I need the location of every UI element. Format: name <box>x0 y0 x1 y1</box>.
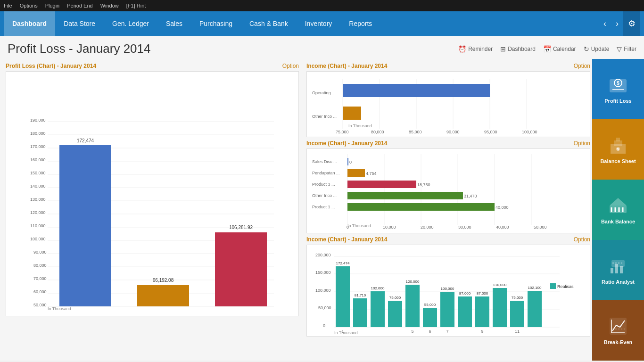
sidebar-balance-sheet[interactable]: $ Balance Sheet <box>592 119 644 180</box>
reminder-label: Reminder <box>468 46 493 52</box>
nav-gen-ledger[interactable]: Gen. Ledger <box>104 11 157 36</box>
nav-data-store[interactable]: Data Store <box>55 11 104 36</box>
svg-text:6: 6 <box>429 329 431 334</box>
menu-file[interactable]: File <box>4 3 12 8</box>
bottom-right-svg: 0 50,000 100,000 150,000 200,000 172,474 <box>310 248 588 335</box>
dashboard-icon: ⊞ <box>500 45 506 53</box>
menu-window[interactable]: Window <box>100 3 119 8</box>
left-chart-option[interactable]: Option <box>282 63 299 69</box>
svg-rect-119 <box>611 268 613 273</box>
svg-text:90,000: 90,000 <box>446 130 460 134</box>
sidebar-profit-loss[interactable]: $ Profit Loss <box>592 59 644 119</box>
svg-text:50,000: 50,000 <box>318 305 331 310</box>
svg-text:81,710: 81,710 <box>355 293 366 297</box>
bottom-right-chart-option[interactable]: Option <box>574 236 590 243</box>
svg-text:18,750: 18,750 <box>417 182 430 187</box>
svg-text:4,754: 4,754 <box>366 171 377 176</box>
sidebar-ratio-analyst[interactable]: Ratio Analyst <box>592 240 644 300</box>
sidebar: $ Profit Loss $ Balance Sheet <box>592 59 644 361</box>
svg-text:In Thousand: In Thousand <box>348 123 372 128</box>
ratio-analyst-label: Ratio Analyst <box>602 279 635 285</box>
bar-operating <box>343 84 490 97</box>
svg-text:100,000: 100,000 <box>315 288 331 293</box>
nav-back-icon[interactable]: ‹ <box>599 11 611 36</box>
bar-income <box>59 145 111 306</box>
nav-forward-icon[interactable]: › <box>611 11 623 36</box>
svg-text:110,000: 110,000 <box>30 223 46 228</box>
svg-text:Pendapatan ...: Pendapatan ... <box>312 171 340 175</box>
bar-other-inc2 <box>347 192 463 199</box>
sidebar-bank-balance[interactable]: Bank Balance <box>592 180 644 240</box>
svg-text:40,000: 40,000 <box>495 205 509 210</box>
profit-loss-icon: $ <box>608 74 628 95</box>
svg-text:80,000: 80,000 <box>371 130 384 134</box>
svg-text:75,000: 75,000 <box>389 296 401 300</box>
svg-text:110,000: 110,000 <box>493 283 507 287</box>
sidebar-break-even[interactable]: Break-Even <box>592 300 644 361</box>
profit-loss-label: Profit Loss <box>604 98 631 104</box>
svg-text:87,000: 87,000 <box>459 291 471 296</box>
svg-text:100,000: 100,000 <box>441 287 454 291</box>
svg-text:50,000: 50,000 <box>534 225 547 230</box>
legend-label: Realisasi <box>557 284 575 289</box>
bar-m10 <box>493 288 507 327</box>
filter-button[interactable]: ▽ Filter <box>617 45 636 53</box>
svg-text:130,000: 130,000 <box>30 197 46 202</box>
mid-right-chart-option[interactable]: Option <box>574 140 590 147</box>
menu-bar: File Options Plugin Period End Window [F… <box>0 0 644 11</box>
bar-expense <box>137 285 189 306</box>
svg-text:100,000: 100,000 <box>30 237 46 241</box>
svg-text:Sales Disc ...: Sales Disc ... <box>312 159 337 164</box>
menu-hint[interactable]: [F1] Hint <box>126 3 146 8</box>
menu-period-end[interactable]: Period End <box>67 3 92 8</box>
bar-m6 <box>423 308 437 327</box>
nav-reports[interactable]: Reports <box>340 11 380 36</box>
svg-rect-121 <box>620 266 623 273</box>
bar-profit <box>215 232 267 306</box>
dashboard-label: Dashboard <box>508 46 536 52</box>
svg-rect-122 <box>611 260 625 267</box>
nav-settings-icon[interactable]: ⚙ <box>623 11 640 36</box>
bottom-right-chart-title: Income (Chart) - January 2014 <box>306 236 387 243</box>
left-chart-svg: 50,000 60,000 70,000 80,000 90,000 100,0… <box>10 75 283 311</box>
dashboard-button[interactable]: ⊞ Dashboard <box>500 45 536 53</box>
bottom-right-chart: Income (Chart) - January 2014 Option 0 5… <box>306 236 590 337</box>
svg-rect-110 <box>616 138 620 141</box>
nav-cash-bank[interactable]: Cash & Bank <box>241 11 297 36</box>
svg-text:95,000: 95,000 <box>484 130 497 134</box>
nav-dashboard[interactable]: Dashboard <box>4 11 55 36</box>
svg-text:87,000: 87,000 <box>477 291 488 296</box>
svg-text:9: 9 <box>481 329 483 334</box>
bottom-right-chart-header: Income (Chart) - January 2014 Option <box>306 236 590 243</box>
menu-options[interactable]: Options <box>20 3 38 8</box>
svg-text:66,192.08: 66,192.08 <box>153 278 174 283</box>
svg-text:180,000: 180,000 <box>30 131 46 136</box>
ratio-analyst-icon <box>608 255 628 276</box>
svg-text:200,000: 200,000 <box>315 253 331 257</box>
break-even-label: Break-Even <box>604 339 633 345</box>
update-button[interactable]: ↻ Update <box>584 45 610 53</box>
bar-m3 <box>371 291 385 327</box>
svg-text:120,000: 120,000 <box>406 280 420 284</box>
svg-text:102,000: 102,000 <box>371 286 385 290</box>
nav-purchasing[interactable]: Purchasing <box>191 11 241 36</box>
top-right-chart-option[interactable]: Option <box>574 63 590 69</box>
bar-product3 <box>347 181 416 188</box>
svg-text:80,000: 80,000 <box>33 263 47 268</box>
bar-product1 <box>347 203 495 211</box>
svg-text:85,000: 85,000 <box>409 130 422 134</box>
menu-plugin[interactable]: Plugin <box>45 3 60 8</box>
svg-text:11: 11 <box>515 329 520 334</box>
calendar-button[interactable]: 📅 Calendar <box>543 45 576 53</box>
svg-text:106,281.92: 106,281.92 <box>229 225 253 230</box>
calendar-label: Calendar <box>553 46 576 52</box>
left-chart-header: Profit Loss (Chart) - January 2014 Optio… <box>6 63 299 69</box>
svg-text:170,000: 170,000 <box>30 144 46 149</box>
reminder-button[interactable]: ⏰ Reminder <box>458 45 493 53</box>
svg-text:20,000: 20,000 <box>421 225 434 230</box>
nav-inventory[interactable]: Inventory <box>297 11 341 36</box>
nav-sales[interactable]: Sales <box>157 11 191 36</box>
svg-text:In Thousand: In Thousand <box>347 223 371 228</box>
update-icon: ↻ <box>584 45 589 53</box>
top-right-chart-header: Income (Chart) - January 2014 Option <box>306 63 590 69</box>
